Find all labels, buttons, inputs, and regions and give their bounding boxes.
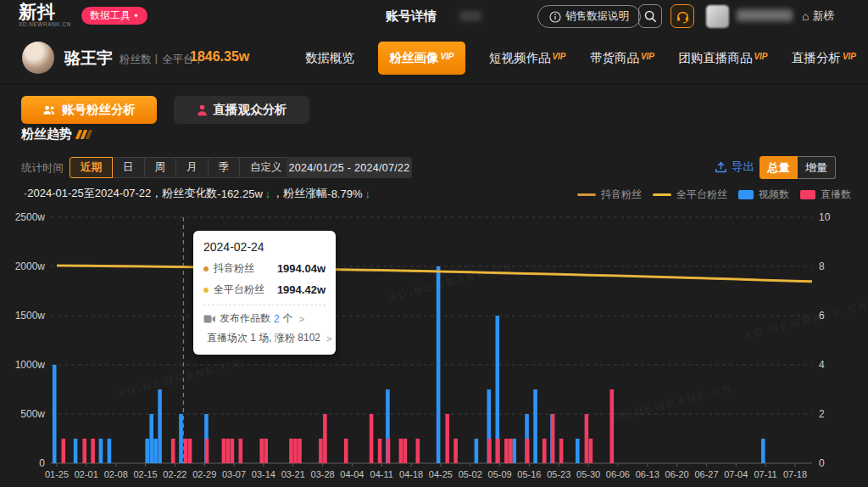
live-bar[interactable]: [610, 389, 615, 463]
search-button[interactable]: [638, 4, 662, 28]
live-bar[interactable]: [445, 414, 449, 463]
nav-item-粉丝画像[interactable]: 粉丝画像VIP: [378, 42, 465, 75]
live-bar[interactable]: [559, 439, 564, 463]
vip-badge: VIP: [843, 52, 856, 61]
live-bar[interactable]: [509, 439, 513, 463]
page-title: 账号详情: [386, 8, 437, 25]
x-axis-label: 04-04: [340, 469, 364, 479]
video-bar[interactable]: [53, 365, 57, 463]
y-axis-label-left: 1000w: [15, 359, 46, 371]
tooltip-live-link[interactable]: 直播场次 1 场, 涨粉 8102 >: [203, 331, 326, 345]
live-bar[interactable]: [551, 414, 555, 463]
live-bar[interactable]: [403, 439, 408, 463]
live-bar[interactable]: [589, 439, 593, 463]
live-bar[interactable]: [91, 439, 95, 463]
live-bar[interactable]: [289, 439, 293, 463]
live-bar[interactable]: [82, 439, 86, 463]
legend-item-抖音粉丝[interactable]: 抖音粉丝: [577, 188, 642, 202]
legend-item-全平台粉丝[interactable]: 全平台粉丝: [653, 188, 727, 202]
sales-data-info-button[interactable]: 销售数据说明: [537, 5, 641, 28]
video-bar[interactable]: [158, 389, 162, 463]
newrank-home-link[interactable]: ⌂ 新榜: [802, 8, 834, 24]
live-bar[interactable]: [526, 439, 530, 463]
time-option-月[interactable]: 月: [175, 157, 209, 178]
live-bar[interactable]: [496, 439, 500, 463]
video-bar[interactable]: [475, 439, 479, 463]
redacted-text: [459, 11, 481, 21]
video-bar[interactable]: [533, 389, 537, 463]
video-bar[interactable]: [761, 439, 765, 463]
video-bar[interactable]: [576, 439, 580, 463]
user-avatar[interactable]: [706, 5, 729, 28]
video-bar[interactable]: [153, 439, 158, 463]
video-bar[interactable]: [145, 439, 149, 463]
export-button[interactable]: 导出: [715, 160, 754, 175]
live-bar[interactable]: [298, 439, 302, 463]
live-bar[interactable]: [504, 439, 509, 463]
live-bar[interactable]: [542, 439, 547, 463]
time-option-日[interactable]: 日: [112, 157, 145, 178]
nav-item-数据概览[interactable]: 数据概览: [305, 50, 354, 66]
live-bar[interactable]: [171, 439, 175, 463]
video-bar[interactable]: [179, 414, 183, 463]
live-bar[interactable]: [319, 439, 323, 463]
live-bar[interactable]: [259, 439, 264, 463]
live-bar[interactable]: [585, 414, 589, 463]
tooltip-works-link[interactable]: 发布作品数2 个 >: [203, 311, 326, 326]
y-axis-label-right: 10: [819, 212, 831, 223]
y-axis-label-right: 8: [819, 260, 825, 272]
data-tools-badge[interactable]: 数据工具 ▼: [81, 7, 147, 25]
legend-item-视频数[interactable]: 视频数: [738, 188, 789, 202]
legend-item-直播数[interactable]: 直播数: [800, 188, 851, 202]
live-bar[interactable]: [231, 439, 235, 463]
video-bar[interactable]: [512, 439, 516, 463]
time-option-季[interactable]: 季: [208, 157, 241, 178]
video-bar[interactable]: [108, 439, 112, 463]
live-bar[interactable]: [239, 439, 243, 463]
fans-count-value: 1846.35w: [190, 49, 249, 64]
nav-item-团购直播商品[interactable]: 团购直播商品VIP: [678, 50, 767, 66]
tab-live-audience-analysis[interactable]: 直播观众分析: [174, 96, 309, 124]
live-bar[interactable]: [378, 439, 382, 463]
time-option-自定义[interactable]: 自定义: [239, 157, 293, 178]
account-avatar[interactable]: [22, 42, 54, 74]
tab-account-fans-analysis[interactable]: 账号粉丝分析: [21, 96, 157, 124]
live-bar[interactable]: [188, 439, 192, 463]
time-range-segmented-control: 近期日周月季自定义: [70, 157, 293, 178]
nav-item-带货商品[interactable]: 带货商品VIP: [590, 50, 654, 66]
video-bar[interactable]: [149, 414, 153, 463]
live-bar[interactable]: [370, 414, 374, 463]
time-option-近期[interactable]: 近期: [70, 157, 113, 178]
live-bar[interactable]: [487, 439, 492, 463]
live-bar[interactable]: [184, 439, 188, 463]
live-bar[interactable]: [62, 439, 66, 463]
video-bar[interactable]: [99, 439, 103, 463]
support-button[interactable]: [670, 4, 694, 28]
live-bar[interactable]: [416, 439, 420, 463]
x-axis-label: 06-20: [665, 469, 689, 479]
live-bar[interactable]: [387, 439, 391, 463]
live-bar[interactable]: [222, 439, 226, 463]
user-name-redacted[interactable]: [737, 9, 793, 21]
video-bar[interactable]: [74, 439, 78, 463]
live-bar[interactable]: [399, 439, 403, 463]
live-bar[interactable]: [264, 439, 268, 463]
mode-增量[interactable]: 增量: [798, 156, 836, 179]
nav-item-短视频作品[interactable]: 短视频作品VIP: [489, 50, 566, 66]
video-bar[interactable]: [437, 266, 441, 463]
x-axis: 01-2502-0102-0802-1502-2202-2903-0703-14…: [45, 463, 807, 479]
live-bar[interactable]: [293, 439, 298, 463]
live-bar[interactable]: [453, 439, 458, 463]
fans-trend-chart[interactable]: 2500w102000w81500w61000w4500w200XD.NEWRA…: [0, 212, 868, 487]
nav-item-直播分析[interactable]: 直播分析VIP: [792, 50, 856, 66]
live-count-bars[interactable]: [62, 389, 615, 463]
live-bar[interactable]: [344, 439, 348, 463]
app-logo[interactable]: 新抖 XD.NEWRANK.CN: [19, 3, 71, 27]
time-option-周[interactable]: 周: [144, 157, 177, 178]
mode-总量[interactable]: 总量: [760, 156, 798, 179]
date-range-picker[interactable]: 2024/01/25 - 2024/07/22: [287, 157, 412, 178]
live-bar[interactable]: [226, 439, 231, 463]
tooltip-row-douyin: 抖音粉丝 1994.04w: [203, 261, 326, 276]
live-bar[interactable]: [205, 439, 209, 463]
live-bar[interactable]: [323, 414, 327, 463]
